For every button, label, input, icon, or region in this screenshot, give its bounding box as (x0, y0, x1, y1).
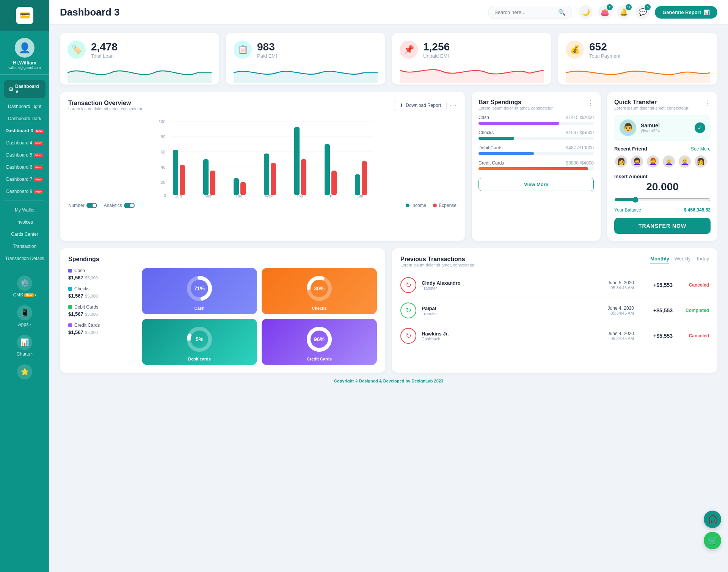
sidebar-item-dashboard-7[interactable]: Dashboard 7 New (0, 173, 49, 185)
see-more-link[interactable]: See More (691, 146, 711, 152)
stat-wave-total-payment (566, 63, 710, 83)
spendings-title: Spendings (68, 256, 377, 263)
analytics-label: Analytics (104, 203, 122, 208)
svg-rect-29 (325, 144, 330, 195)
nav-label: Dashboard 8 (6, 189, 32, 194)
spending-item-checks: Checks $1,567 $5,000 (68, 286, 136, 299)
support-float-btn[interactable]: 🎧 (704, 511, 721, 528)
message-btn[interactable]: 💬 5 (636, 5, 650, 19)
nav-label: Dashboard 3 (5, 128, 33, 133)
bar-chart-area: 100 80 60 40 20 0 Sun (68, 116, 457, 199)
new-badge: New (34, 177, 43, 182)
svg-rect-27 (294, 127, 300, 195)
legend-expense: Expense (433, 203, 457, 208)
donut-checks: 30% Checks (262, 268, 377, 314)
nav-label: Dashboard 5 (6, 152, 32, 158)
tx-name-paipal: Paipal (422, 306, 437, 311)
generate-report-button[interactable]: Generate Report 📊 (655, 6, 717, 19)
sidebar-item-dashboard-3[interactable]: Dashboard 3 New (0, 125, 49, 137)
wallet-btn[interactable]: 👛 2 (598, 5, 612, 19)
tx-date-paipal: June 4, 2020 05:34:45 AM (608, 306, 634, 315)
stat-number-total-loan: 2,478 (91, 41, 118, 53)
checks-amount: $1,567 (68, 293, 83, 299)
sidebar-item-dashboard-light[interactable]: Dashboard Light (0, 100, 49, 113)
spendings-grid: Cash $1,567 $5,000 Checks $1,567 $5,000 (68, 268, 377, 365)
new-badge: New (34, 153, 43, 157)
cart-float-btn[interactable]: 🛒 (704, 532, 721, 549)
bar-spendings-subtitle: Lorem ipsum dolor sit amet, consectetur (479, 106, 553, 110)
transfer-user-handle: @sam224 (641, 129, 660, 133)
debit-total: $5,000 (85, 312, 98, 317)
spending-label-cash: Cash (479, 115, 489, 120)
svg-rect-20 (180, 165, 185, 195)
nav-label: My Wallet (15, 207, 35, 213)
analytics-toggle[interactable] (124, 203, 135, 208)
friend-avatar-3[interactable]: 👩‍🦰 (646, 155, 660, 168)
sidebar-item-transaction-details[interactable]: Transaction Details (0, 252, 49, 265)
stat-label-total-payment: Total Payment (589, 53, 620, 59)
tab-weekly[interactable]: Weekly (675, 256, 690, 263)
quick-transfer-more-btn[interactable]: ⋮ (704, 99, 711, 107)
stat-label-total-loan: Total Loan (91, 53, 118, 59)
charts-section[interactable]: 📊 Charts › (0, 330, 49, 360)
tx-icon-cindy: ↻ (400, 277, 416, 293)
donut-credit: 96% Credit Cards (262, 319, 377, 365)
friend-avatar-5[interactable]: 👩‍🦲 (678, 155, 692, 168)
tab-today[interactable]: Today (696, 256, 709, 263)
dark-mode-btn[interactable]: 🌙 (579, 5, 593, 19)
sidebar-item-invoices[interactable]: Invoices (0, 216, 49, 228)
svg-text:40: 40 (161, 165, 165, 169)
recent-friend-label: Recent Friend (614, 146, 647, 152)
sidebar-item-dashboard-8[interactable]: Dashboard 8 New (0, 185, 49, 197)
number-toggle[interactable] (86, 203, 97, 208)
number-label: Number (68, 203, 85, 208)
sidebar-item-dashboard-6[interactable]: Dashboard 6 New (0, 161, 49, 173)
sidebar-item-cards-center[interactable]: Cards Center (0, 228, 49, 240)
charts-arrow: › (31, 351, 33, 357)
sidebar-item-dashboard-4[interactable]: Dashboard 4 New (0, 137, 49, 149)
bar-chart-icon: 📊 (704, 9, 710, 15)
bell-btn[interactable]: 🔔 12 (617, 5, 631, 19)
tx-icon-paipal: ↻ (400, 302, 416, 318)
friend-avatar-4[interactable]: 👩‍🦳 (662, 155, 676, 168)
stat-card-total-payment: 💰 652 Total Payment (558, 33, 717, 85)
nav-label: Dashboard 6 (6, 165, 32, 170)
sidebar-nav: Dashboard Light Dashboard Dark Dashboard… (0, 100, 49, 265)
download-report-button[interactable]: ⬇ Download Report (394, 100, 447, 111)
sidebar-item-dashboard-dark[interactable]: Dashboard Dark (0, 113, 49, 125)
apps-section[interactable]: 📱 Apps › (0, 301, 49, 330)
transfer-now-button[interactable]: TRANSFER NOW (614, 218, 711, 234)
spending-label-credit: Credit Cards (479, 160, 504, 166)
float-buttons: 🎧 🛒 (704, 511, 721, 549)
favorites-section[interactable]: ⭐ (0, 360, 49, 384)
friend-avatar-6[interactable]: 👩 (694, 155, 708, 168)
prev-tx-title: Previous Transactions (400, 256, 475, 263)
tx-name-cindy: Cindy Alexandro (422, 280, 461, 286)
search-box[interactable]: 🔍 (488, 6, 572, 19)
footer-text: Copyright © Designed & Developed by (334, 379, 410, 383)
spending-item-debit: Debit Cards $1,567 $5,000 (68, 304, 136, 317)
search-input[interactable] (494, 9, 555, 15)
page-title: Dashboard 3 (60, 6, 481, 18)
bar-spendings-more-btn[interactable]: ⋮ (587, 99, 594, 107)
spending-bar-cash (479, 122, 559, 125)
friend-avatar-2[interactable]: 👩‍🦱 (630, 155, 644, 168)
tab-monthly[interactable]: Monthly (650, 256, 669, 263)
sidebar-item-transaction[interactable]: Transaction (0, 240, 49, 252)
view-more-button[interactable]: View More (479, 178, 594, 191)
star-icon: ⭐ (17, 364, 32, 379)
cms-section[interactable]: ⚙️ CMS New › (0, 271, 49, 301)
more-options-btn[interactable]: ⋯ (450, 101, 457, 110)
checks-label: Checks (74, 286, 89, 291)
tx-status-paipal: Completed (682, 308, 709, 313)
dashboard-dropdown-btn[interactable]: ⊞ Dashboard ∨ (4, 80, 46, 98)
svg-text:20: 20 (161, 180, 165, 185)
amount-slider[interactable] (614, 197, 711, 203)
friend-avatar-1[interactable]: 👩 (614, 155, 628, 168)
insert-amount-label: Insert Amount (614, 174, 711, 179)
sidebar-item-dashboard-5[interactable]: Dashboard 5 New (0, 149, 49, 161)
donut-svg-checks: 30% (304, 273, 334, 304)
svg-rect-19 (173, 150, 178, 195)
sidebar-item-my-wallet[interactable]: My Wallet (0, 204, 49, 216)
main-content: Dashboard 3 🔍 🌙 👛 2 🔔 12 💬 5 Generate Re (49, 0, 728, 572)
